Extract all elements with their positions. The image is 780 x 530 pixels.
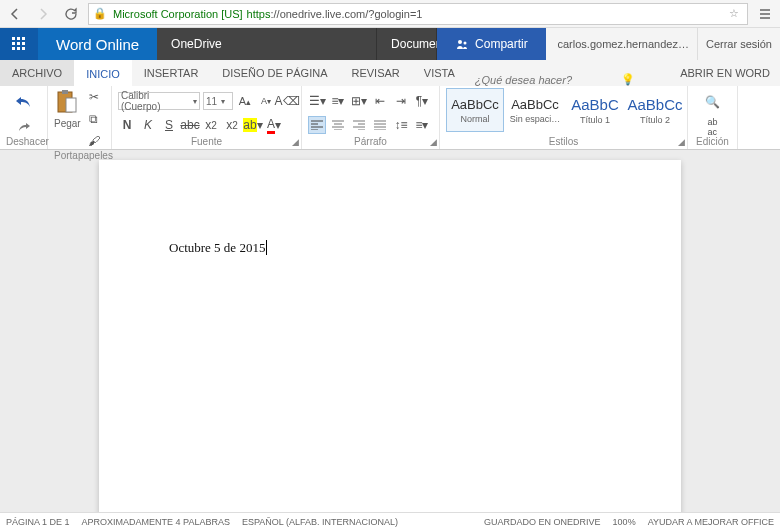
paste-label: Pegar bbox=[54, 118, 81, 129]
forward-button bbox=[32, 3, 54, 25]
style-heading1[interactable]: AaBbC Título 1 bbox=[566, 88, 624, 132]
shrink-font-button[interactable]: A▾ bbox=[257, 92, 275, 110]
paragraph-spacing-button[interactable]: ≡▾ bbox=[413, 116, 431, 134]
group-paragraph-label: Párrafo bbox=[308, 136, 433, 149]
svg-rect-6 bbox=[12, 47, 15, 50]
ribbon: Deshacer Pegar ✂ ⧉ 🖌 Portapapeles Calibr… bbox=[0, 86, 780, 150]
paste-button[interactable]: Pegar bbox=[54, 88, 81, 129]
status-zoom[interactable]: 100% bbox=[613, 517, 636, 527]
app-header: Word Online OneDrive Documen… Compartir … bbox=[0, 28, 780, 60]
back-button[interactable] bbox=[4, 3, 26, 25]
tell-me-input[interactable] bbox=[475, 74, 615, 86]
open-in-word[interactable]: ABRIR EN WORD bbox=[670, 60, 780, 86]
svg-rect-0 bbox=[12, 37, 15, 40]
font-size-dropdown[interactable]: 11▾ bbox=[203, 92, 233, 110]
svg-rect-12 bbox=[62, 90, 68, 94]
lock-icon: 🔒 bbox=[93, 7, 107, 20]
decrease-indent-button[interactable]: ⇤ bbox=[371, 92, 389, 110]
lightbulb-icon: 💡 bbox=[621, 73, 635, 86]
status-language[interactable]: ESPAÑOL (ALFAB. INTERNACIONAL) bbox=[242, 517, 398, 527]
document-text[interactable]: Octubre 5 de 2015 bbox=[169, 240, 267, 255]
highlight-button[interactable]: ab▾ bbox=[244, 116, 262, 134]
italic-button[interactable]: K bbox=[139, 116, 157, 134]
replace-button[interactable]: abac bbox=[704, 118, 722, 136]
tab-diseno[interactable]: DISEÑO DE PÁGINA bbox=[210, 60, 339, 86]
cut-button[interactable]: ✂ bbox=[85, 88, 103, 106]
svg-rect-1 bbox=[17, 37, 20, 40]
address-bar[interactable]: 🔒 Microsoft Corporation [US] https://one… bbox=[88, 3, 748, 25]
svg-rect-3 bbox=[12, 42, 15, 45]
status-words[interactable]: APROXIMADAMENTE 4 PALABRAS bbox=[82, 517, 230, 527]
status-help[interactable]: AYUDAR A MEJORAR OFFICE bbox=[648, 517, 774, 527]
styles-dialog-launcher[interactable]: ◢ bbox=[678, 137, 685, 147]
breadcrumb-onedrive[interactable]: OneDrive bbox=[157, 28, 377, 60]
reload-button[interactable] bbox=[60, 3, 82, 25]
paragraph-dialog-launcher[interactable]: ◢ bbox=[430, 137, 437, 147]
browser-menu-icon[interactable] bbox=[754, 3, 776, 25]
bullets-button[interactable]: ☰▾ bbox=[308, 92, 326, 110]
find-button[interactable]: 🔍 bbox=[699, 88, 727, 116]
format-painter-button[interactable]: 🖌 bbox=[85, 132, 103, 150]
status-bar: PÁGINA 1 DE 1 APROXIMADAMENTE 4 PALABRAS… bbox=[0, 512, 780, 530]
document-canvas[interactable]: Octubre 5 de 2015 bbox=[0, 150, 780, 512]
bold-button[interactable]: N bbox=[118, 116, 136, 134]
svg-rect-5 bbox=[22, 42, 25, 45]
grow-font-button[interactable]: A▴ bbox=[236, 92, 254, 110]
tab-insertar[interactable]: INSERTAR bbox=[132, 60, 211, 86]
tab-inicio[interactable]: INICIO bbox=[74, 60, 132, 86]
document-page[interactable]: Octubre 5 de 2015 bbox=[99, 160, 681, 512]
text-direction-button[interactable]: ¶▾ bbox=[413, 92, 431, 110]
group-editing: 🔍 abac Edición bbox=[688, 86, 738, 149]
numbering-button[interactable]: ≡▾ bbox=[329, 92, 347, 110]
increase-indent-button[interactable]: ⇥ bbox=[392, 92, 410, 110]
subscript-button[interactable]: x2 bbox=[202, 116, 220, 134]
breadcrumb-document[interactable]: Documen… bbox=[377, 28, 437, 60]
tab-archivo[interactable]: ARCHIVO bbox=[0, 60, 74, 86]
tab-revisar[interactable]: REVISAR bbox=[340, 60, 412, 86]
clear-formatting-button[interactable]: A⌫ bbox=[278, 92, 296, 110]
svg-rect-8 bbox=[22, 47, 25, 50]
status-page[interactable]: PÁGINA 1 DE 1 bbox=[6, 517, 70, 527]
align-left-button[interactable] bbox=[308, 116, 326, 134]
undo-button[interactable] bbox=[10, 88, 38, 116]
group-clipboard: Pegar ✂ ⧉ 🖌 Portapapeles bbox=[48, 86, 112, 149]
svg-rect-2 bbox=[22, 37, 25, 40]
user-name[interactable]: carlos.gomez.hernandez… bbox=[546, 28, 697, 60]
style-heading2[interactable]: AaBbCc Título 2 bbox=[626, 88, 684, 132]
align-right-button[interactable] bbox=[350, 116, 368, 134]
cert-badge: Microsoft Corporation [US] bbox=[109, 8, 247, 20]
group-styles-label: Estilos bbox=[446, 136, 681, 149]
bookmark-star-icon[interactable]: ☆ bbox=[725, 7, 743, 20]
font-color-button[interactable]: A▾ bbox=[265, 116, 283, 134]
redo-button[interactable] bbox=[15, 118, 33, 136]
share-button[interactable]: Compartir bbox=[437, 28, 546, 60]
group-styles: AaBbCc Normal AaBbCc Sin espaci… AaBbC T… bbox=[440, 86, 688, 149]
strikethrough-button[interactable]: abc bbox=[181, 116, 199, 134]
tab-vista[interactable]: VISTA bbox=[412, 60, 467, 86]
font-dialog-launcher[interactable]: ◢ bbox=[292, 137, 299, 147]
group-font: Calibri (Cuerpo)▾ 11▾ A▴ A▾ A⌫ N K S abc… bbox=[112, 86, 302, 149]
copy-button[interactable]: ⧉ bbox=[85, 110, 103, 128]
line-spacing-button[interactable]: ↕≡ bbox=[392, 116, 410, 134]
font-name-dropdown[interactable]: Calibri (Cuerpo)▾ bbox=[118, 92, 200, 110]
group-editing-label: Edición bbox=[694, 136, 731, 149]
svg-rect-4 bbox=[17, 42, 20, 45]
paste-icon bbox=[54, 88, 80, 116]
tell-me-box[interactable] bbox=[475, 74, 615, 86]
svg-rect-7 bbox=[17, 47, 20, 50]
status-saved: GUARDADO EN ONEDRIVE bbox=[484, 517, 601, 527]
multilevel-button[interactable]: ⊞▾ bbox=[350, 92, 368, 110]
signout-link[interactable]: Cerrar sesión bbox=[697, 28, 780, 60]
group-font-label: Fuente bbox=[118, 136, 295, 149]
ribbon-tabs: ARCHIVO INICIO INSERTAR DISEÑO DE PÁGINA… bbox=[0, 60, 780, 86]
superscript-button[interactable]: x2 bbox=[223, 116, 241, 134]
app-launcher-icon[interactable] bbox=[0, 28, 38, 60]
url-text: https://onedrive.live.com/?gologin=1 bbox=[247, 8, 423, 20]
group-clipboard-label: Portapapeles bbox=[54, 150, 105, 163]
share-label: Compartir bbox=[475, 37, 528, 51]
justify-button[interactable] bbox=[371, 116, 389, 134]
style-normal[interactable]: AaBbCc Normal bbox=[446, 88, 504, 132]
style-no-spacing[interactable]: AaBbCc Sin espaci… bbox=[506, 88, 564, 132]
align-center-button[interactable] bbox=[329, 116, 347, 134]
underline-button[interactable]: S bbox=[160, 116, 178, 134]
